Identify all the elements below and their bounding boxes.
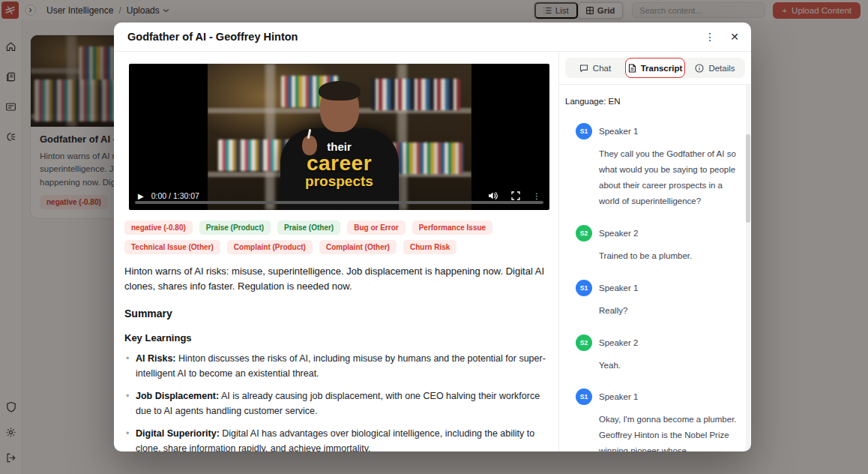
speaker-avatar: S1 <box>576 280 592 296</box>
speaker-avatar: S1 <box>576 388 592 405</box>
key-learning-item: AI Risks: Hinton discusses the risks of … <box>124 351 553 381</box>
speaker-name: Speaker 2 <box>599 338 638 347</box>
details-info-icon <box>695 64 704 73</box>
fullscreen-icon[interactable] <box>511 191 520 200</box>
message-text: They call you the Godfather of AI so wha… <box>599 146 739 209</box>
tag[interactable]: Technical Issue (Other) <box>124 240 220 254</box>
panel-scrollbar <box>746 85 750 450</box>
tag[interactable]: negative (-0.80) <box>124 220 193 235</box>
panel-tabs: Chat Transcript Details <box>565 58 745 78</box>
modal-title: Godfather of AI - Geoffrey Hinton <box>127 31 298 43</box>
scrollbar-thumb[interactable] <box>746 134 750 223</box>
video-controls: ▶ 0:00 / 1:30:07 ⋮ <box>129 191 549 200</box>
transcript-message: S2 Speaker 2 Yeah. <box>576 334 739 374</box>
speaker-name: Speaker 1 <box>599 127 638 136</box>
message-text: Yeah. <box>599 358 739 374</box>
tag[interactable]: Praise (Other) <box>277 220 340 235</box>
panel-tabs-wrap: Chat Transcript Details <box>559 52 751 85</box>
chat-icon <box>579 64 588 73</box>
tag[interactable]: Praise (Product) <box>199 220 271 235</box>
speaker-avatar: S2 <box>576 334 592 351</box>
transcript-messages: S1 Speaker 1 They call you the Godfather… <box>559 107 751 452</box>
speaker-name: Speaker 1 <box>599 392 638 401</box>
key-learnings-list: AI Risks: Hinton discusses the risks of … <box>124 351 551 452</box>
transcript-message: S2 Speaker 2 Trained to be a plumber. <box>576 225 739 264</box>
tag[interactable]: Bug or Error <box>347 220 405 235</box>
player-menu-icon[interactable]: ⋮ <box>533 192 540 200</box>
transcript-message: S1 Speaker 1 They call you the Godfather… <box>576 123 739 209</box>
speaker-name: Speaker 1 <box>599 284 638 292</box>
key-learning-item: Job Displacement: AI is already causing … <box>124 388 553 418</box>
transcript-icon <box>628 64 636 73</box>
play-icon[interactable]: ▶ <box>138 192 144 200</box>
content-detail-modal: Godfather of AI - Geoffrey Hinton ⋮ ✕ <box>114 22 751 452</box>
video-controls-right: ⋮ <box>488 191 540 200</box>
speaker-name: Speaker 2 <box>599 229 638 238</box>
tag[interactable]: Complaint (Product) <box>227 240 313 254</box>
modal-left-pane: their career prospects ▶ 0:00 / 1:30:07 <box>114 52 558 452</box>
video-frame: their career prospects <box>208 64 471 210</box>
message-text: Really? <box>599 303 739 319</box>
video-caption: their career prospects <box>208 141 471 188</box>
video-seekbar[interactable] <box>135 201 543 204</box>
transcript-message: S1 Speaker 1 Okay, I'm gonna become a pl… <box>576 388 739 452</box>
message-text: Trained to be a plumber. <box>599 248 739 264</box>
speaker-avatar: S2 <box>576 225 592 242</box>
language-label: Language: EN <box>559 85 751 107</box>
tag[interactable]: Complaint (Other) <box>319 240 397 254</box>
video-player[interactable]: their career prospects ▶ 0:00 / 1:30:07 <box>129 64 549 210</box>
volume-icon[interactable] <box>488 191 498 200</box>
tag[interactable]: Performance Issue <box>412 220 493 235</box>
modal-right-pane: Chat Transcript Details <box>558 52 751 452</box>
kebab-menu-icon[interactable]: ⋮ <box>705 32 715 42</box>
video-time: 0:00 / 1:30:07 <box>151 191 199 200</box>
content-description: Hinton warns of AI risks: misuse, superi… <box>124 264 553 294</box>
tag[interactable]: Churn Risk <box>403 240 456 254</box>
tab-chat[interactable]: Chat <box>565 58 625 78</box>
modal-body: their career prospects ▶ 0:00 / 1:30:07 <box>114 52 751 452</box>
message-text: Okay, I'm gonna become a plumber. Geoffr… <box>599 412 739 452</box>
tab-transcript[interactable]: Transcript <box>625 58 685 78</box>
key-learning-item: Digital Superiority: Digital AI has adva… <box>124 426 553 452</box>
key-learnings-heading: Key Learnings <box>124 332 551 344</box>
speaker-avatar: S1 <box>576 123 592 140</box>
summary-heading: Summary <box>124 308 551 320</box>
tab-details[interactable]: Details <box>685 58 745 78</box>
modal-header-actions: ⋮ ✕ <box>705 32 739 42</box>
modal-header: Godfather of AI - Geoffrey Hinton ⋮ ✕ <box>114 22 751 52</box>
transcript-message: S1 Speaker 1 Really? <box>576 280 739 319</box>
tag-row: negative (-0.80) Praise (Product) Praise… <box>124 220 555 254</box>
close-icon[interactable]: ✕ <box>730 32 739 42</box>
